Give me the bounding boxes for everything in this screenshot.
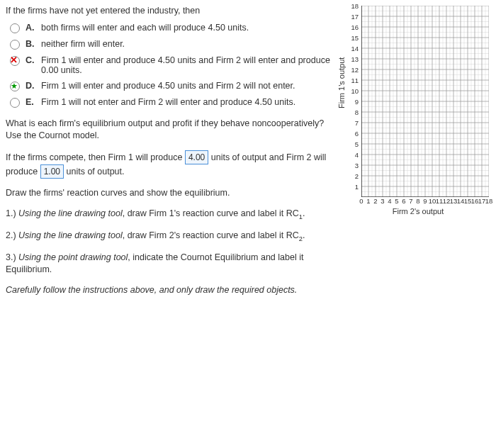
x-ticks: 0123456789101112131415161718 [361, 197, 489, 206]
choice-c[interactable]: C. Firm 1 will enter and produce 4.50 un… [6, 55, 339, 75]
step-2: 2.) Using the line drawing tool, draw Fi… [6, 230, 339, 243]
choice-text: Firm 1 will enter and produce 4.50 units… [41, 55, 339, 75]
radio-icon-wrong[interactable] [10, 56, 20, 66]
choice-letter: E. [26, 97, 37, 107]
choice-text: both firms will enter and each will prod… [41, 23, 339, 33]
choice-d[interactable]: D. Firm 1 will enter and produce 4.50 un… [6, 81, 339, 91]
step-num: 1.) [6, 208, 16, 218]
choice-b[interactable]: B. neither firm will enter. [6, 39, 339, 50]
step-num: 2.) [6, 230, 16, 240]
step-num: 3.) [6, 252, 16, 262]
chart-area[interactable]: Firm 1's output 123456789101112131415161… [347, 6, 489, 215]
choice-letter: B. [26, 39, 37, 49]
chart-grid[interactable] [361, 6, 489, 197]
caution-text: Carefully follow the instructions above,… [6, 284, 339, 296]
y-axis-label: Firm 1's output [337, 57, 346, 108]
radio-icon[interactable] [10, 98, 20, 108]
q2-text-c: units of output. [67, 167, 125, 177]
step-tool: Using the line drawing tool [18, 230, 123, 240]
q2-lead: What is each firm's equilibrium output a… [6, 118, 339, 142]
choice-text: Firm 1 will enter and produce 4.50 units… [41, 81, 339, 91]
step-rest: , draw Firm 1's reaction curve and label… [123, 208, 299, 218]
choice-letter: D. [26, 81, 37, 91]
x-axis-label: Firm 2's output [347, 207, 489, 215]
answer-input-1[interactable]: 4.00 [185, 150, 208, 164]
y-ticks: 123456789101112131415161718 [347, 6, 360, 197]
question-prompt: If the firms have not yet entered the in… [6, 6, 339, 16]
choice-letter: C. [26, 55, 37, 65]
choice-letter: A. [26, 23, 37, 33]
step-tail: . [303, 230, 305, 240]
choice-text: neither firm will enter. [41, 39, 339, 49]
q2-sentence: If the firms compete, then Firm 1 will p… [6, 150, 339, 179]
step-rest: , draw Firm 2's reaction curve and label… [123, 230, 299, 240]
step-tail: . [303, 208, 305, 218]
q2-text-a: If the firms compete, then Firm 1 will p… [6, 152, 182, 162]
step-tool: Using the point drawing tool [18, 252, 128, 262]
choice-e[interactable]: E. Firm 1 will not enter and Firm 2 will… [6, 97, 339, 108]
radio-icon-correct[interactable] [10, 82, 20, 91]
step-tool: Using the line drawing tool [18, 208, 123, 218]
step-1: 1.) Using the line drawing tool, draw Fi… [6, 208, 339, 221]
radio-icon[interactable] [10, 40, 20, 50]
choice-text: Firm 1 will not enter and Firm 2 will en… [41, 97, 339, 107]
radio-icon[interactable] [10, 23, 20, 33]
choice-a[interactable]: A. both firms will enter and each will p… [6, 23, 339, 33]
answer-input-2[interactable]: 1.00 [40, 164, 64, 179]
step-3: 3.) Using the point drawing tool, indica… [6, 252, 339, 276]
choice-list: A. both firms will enter and each will p… [6, 23, 339, 108]
draw-prompt: Draw the firms' reaction curves and show… [6, 187, 339, 199]
